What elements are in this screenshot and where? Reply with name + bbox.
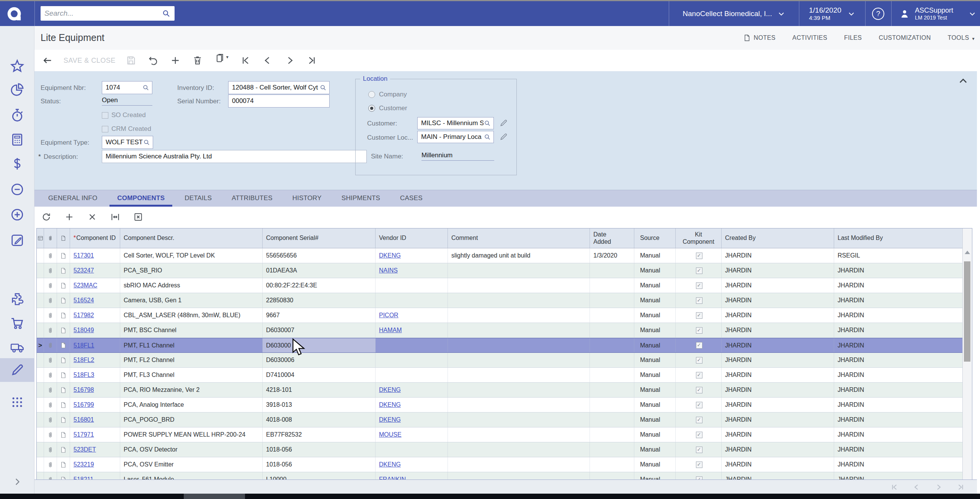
note-icon[interactable] (57, 278, 70, 293)
refresh-button[interactable] (41, 212, 52, 223)
tab-details[interactable]: DETAILS (175, 190, 222, 207)
component-id-link[interactable]: 518FL2 (74, 357, 94, 364)
lookup-icon[interactable] (142, 84, 150, 91)
kit-component-checkbox[interactable] (676, 472, 722, 480)
table-row[interactable]: > 523DET PCA, OSV Detector 1018-056 Manu… (37, 442, 963, 457)
paperclip-icon[interactable] (44, 427, 57, 442)
lookup-icon[interactable] (483, 133, 491, 141)
table-row[interactable]: > 516801 PCA_POGO_BRD 4018-008 DKENG Man… (37, 413, 963, 427)
component-id-link[interactable]: 523247 (74, 267, 94, 274)
component-serial-cell[interactable]: 22850830 (263, 293, 376, 308)
component-serial-cell[interactable]: D603000 (263, 338, 376, 352)
component-id-link[interactable]: 523219 (74, 461, 94, 468)
kit-component-checkbox[interactable] (676, 308, 722, 323)
column-header-kit-component[interactable]: Kit Component (676, 228, 722, 248)
vendor-id-link[interactable]: MOUSE (379, 431, 402, 438)
equipment-nbr-field[interactable]: 1074 (102, 81, 152, 94)
first-page-button[interactable] (890, 483, 899, 492)
sidebar-item-more[interactable] (0, 390, 34, 414)
table-row[interactable]: > 516799 PCA, Analog Interface 3918-013 … (37, 398, 963, 413)
component-serial-cell[interactable]: D6030007 (263, 323, 376, 338)
table-row[interactable]: > 518049 PMT, BSC Channel D6030007 HAMAM… (37, 323, 963, 338)
sidebar-expand-button[interactable] (0, 477, 34, 487)
paperclip-icon[interactable] (44, 293, 57, 308)
note-icon[interactable] (57, 323, 70, 338)
kit-component-checkbox[interactable] (676, 427, 722, 442)
previous-page-button[interactable] (912, 483, 921, 492)
next-page-button[interactable] (934, 483, 943, 492)
sidebar-item-favorites[interactable] (0, 54, 34, 78)
serial-number-field[interactable]: 000074 (228, 95, 330, 108)
next-record-button[interactable] (284, 53, 295, 68)
paperclip-icon[interactable] (44, 368, 57, 382)
activities-button[interactable]: ACTIVITIES (792, 34, 827, 41)
files-button[interactable]: FILES (844, 34, 862, 41)
paperclip-icon[interactable] (44, 413, 57, 427)
vendor-id-link[interactable]: PICOR (379, 312, 399, 319)
column-header-vendor-id[interactable]: Vendor ID (376, 228, 448, 248)
search-input[interactable]: Search... (41, 6, 175, 21)
kit-component-checkbox[interactable] (676, 293, 722, 308)
sidebar-item-sales-orders[interactable] (0, 228, 34, 252)
column-header-component-id[interactable]: *Component ID (70, 228, 120, 248)
note-icon[interactable] (57, 398, 70, 412)
kit-component-checkbox[interactable] (676, 413, 722, 427)
notes-button[interactable]: NOTES (743, 34, 776, 42)
table-row[interactable]: > 517301 Cell Sorter, WOLF, TOP Level DK… (37, 248, 963, 263)
sidebar-item-finance[interactable] (0, 128, 34, 152)
location-company-radio[interactable]: Company (368, 91, 407, 98)
description-field[interactable]: Millennium Science Australia Pty. Ltd (102, 150, 367, 163)
paperclip-icon[interactable] (44, 338, 57, 352)
table-row[interactable]: > 518FL3 PMT, FL3 Channel D7410004 Manua… (37, 368, 963, 383)
vendor-id-link[interactable]: NAINS (379, 267, 398, 274)
paperclip-icon[interactable] (44, 263, 57, 278)
lookup-icon[interactable] (319, 84, 327, 91)
vendor-id-link[interactable]: DKENG (379, 401, 401, 408)
kit-component-checkbox[interactable] (676, 353, 722, 367)
component-id-link[interactable]: 523MAC (74, 282, 97, 289)
user-menu[interactable]: ASCSupport LM 2019 Test (891, 1, 980, 26)
component-id-link[interactable]: 523DET (74, 446, 96, 453)
add-record-button[interactable] (170, 53, 181, 68)
note-icon[interactable] (57, 248, 70, 263)
sidebar-item-time-expenses[interactable] (0, 103, 34, 127)
component-id-link[interactable]: 518FL1 (74, 342, 94, 349)
table-row[interactable]: > 523MAC sbRIO MAC Address 00:80:2F:22:E… (37, 278, 963, 293)
column-header-component-serial[interactable]: Component Serial# (263, 228, 376, 248)
note-icon[interactable] (57, 472, 70, 480)
paperclip-icon[interactable] (44, 457, 57, 472)
paperclip-icon[interactable] (44, 323, 57, 338)
tab-history[interactable]: HISTORY (283, 190, 332, 207)
crm-created-checkbox[interactable]: CRM Created (102, 125, 151, 133)
customization-button[interactable]: CUSTOMIZATION (879, 34, 931, 41)
sidebar-item-banking[interactable] (0, 152, 34, 176)
delete-row-button[interactable] (87, 212, 98, 223)
component-id-link[interactable]: 518FL3 (74, 372, 94, 378)
paperclip-icon[interactable] (44, 353, 57, 367)
company-selector[interactable]: NanoCellect Biomedical, I... (669, 1, 799, 26)
lookup-icon[interactable] (483, 119, 491, 127)
note-icon[interactable] (57, 368, 70, 382)
paperclip-icon[interactable] (44, 442, 57, 457)
note-icon[interactable] (57, 338, 70, 352)
note-icon[interactable] (57, 308, 70, 323)
kit-component-checkbox[interactable] (676, 442, 722, 457)
kit-component-checkbox[interactable] (676, 263, 722, 278)
component-serial-cell[interactable]: D7410004 (263, 368, 376, 382)
so-created-checkbox[interactable]: SO Created (102, 111, 146, 119)
table-row[interactable]: > 518FL2 PMT, FL2 Channel D6030006 Manua… (37, 353, 963, 368)
table-row[interactable]: > 523247 PCA_SB_RIO 01DAEA3A NAINS Manua… (37, 263, 963, 278)
tab-attributes[interactable]: ATTRIBUTES (222, 190, 283, 207)
scroll-up-arrow-icon[interactable] (965, 251, 970, 254)
paperclip-icon[interactable] (44, 308, 57, 323)
component-id-link[interactable]: 516524 (74, 297, 94, 304)
vendor-id-link[interactable]: DKENG (379, 416, 401, 423)
tab-components[interactable]: COMPONENTS (107, 190, 175, 207)
vendor-id-link[interactable]: DKENG (379, 252, 401, 259)
note-column-icon[interactable] (57, 228, 70, 248)
tools-button[interactable]: TOOLS▾ (948, 34, 975, 41)
help-button[interactable]: ? (865, 1, 891, 26)
last-page-button[interactable] (956, 483, 965, 492)
kit-component-checkbox[interactable] (676, 248, 722, 263)
collapse-form-button[interactable] (958, 76, 969, 86)
